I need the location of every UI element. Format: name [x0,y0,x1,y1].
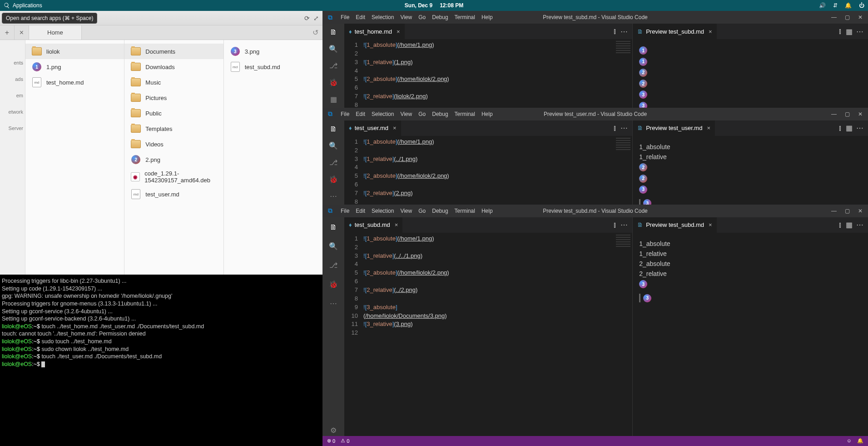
markdown-preview[interactable]: 1_absolute 1_relative 2_absolute 2_relat… [633,233,868,436]
network-icon[interactable]: ⇵ [833,2,838,9]
fm-item-folder[interactable]: Pictures [124,90,223,105]
minimize-icon[interactable]: — [831,208,837,214]
menu-go[interactable]: Go [418,208,426,214]
sidebar-item[interactable]: ents [2,60,23,65]
code-editor[interactable]: 123456789101112 ![1_absolute](/home/1.pn… [344,39,632,108]
close-icon[interactable]: ✕ [858,111,863,117]
debug-icon[interactable]: 🐞 [328,78,339,87]
search-icon[interactable] [4,2,10,9]
minimap[interactable] [614,39,632,108]
menu-terminal[interactable]: Terminal [455,208,475,214]
history-icon[interactable]: ↺ [308,25,322,40]
vsc-titlebar[interactable]: ⧉ File Edit Selection View Go Debug Term… [322,11,868,24]
fm-item-file[interactable]: mdtest_subd.md [224,59,322,75]
close-icon[interactable]: ✕ [858,208,863,214]
fm-item-image[interactable]: 33.png [224,44,322,59]
menu-view[interactable]: View [400,208,412,214]
sidebar-item[interactable]: etwork [2,109,23,115]
fm-item-folder[interactable]: Public [124,105,223,121]
menu-file[interactable]: File [341,208,349,214]
fm-item-folder[interactable]: Videos [124,136,223,152]
search-icon[interactable]: 🔍 [328,45,339,53]
menu-view[interactable]: View [400,14,412,20]
debug-icon[interactable]: 🐞 [328,279,339,290]
editor-tab[interactable]: ♦test_subd.md× [344,217,403,233]
settings-icon[interactable]: ⚙ [328,425,339,436]
menu-help[interactable]: Help [481,111,493,117]
search-icon[interactable]: 🔍 [328,241,339,252]
show-source-icon[interactable]: ▦ [846,27,853,36]
menu-help[interactable]: Help [481,14,493,20]
menu-debug[interactable]: Debug [432,14,448,20]
explorer-icon[interactable]: 🗎 [328,125,339,133]
feedback-icon[interactable]: ☺ [847,438,852,444]
maximize-icon[interactable]: ▢ [845,208,850,214]
close-tab-icon[interactable]: × [393,125,397,131]
more-icon[interactable]: ⋯ [328,298,339,309]
menu-go[interactable]: Go [418,111,426,117]
more-icon[interactable]: ⋯ [620,220,628,229]
close-tab-icon[interactable]: × [397,28,400,35]
sidebar-item[interactable]: ads [2,76,23,82]
editor-tab[interactable]: ♦test_user.md× [344,120,402,136]
code-editor[interactable]: 123456789101112 ![1_absolute](/home/1.pn… [344,233,632,436]
power-icon[interactable]: ⏻ [859,2,864,9]
status-errors[interactable]: ⊗ 0 [327,438,335,444]
menu-selection[interactable]: Selection [372,111,394,117]
minimap[interactable] [614,233,632,436]
debug-icon[interactable]: 🐞 [328,175,339,184]
volume-icon[interactable]: 🔊 [819,2,826,9]
minimize-icon[interactable]: — [831,111,837,117]
panel-time[interactable]: 12:08 PM [440,2,463,9]
menu-view[interactable]: View [400,111,412,117]
close-tab-icon[interactable]: × [709,221,712,228]
maximize-icon[interactable]: ⤢ [313,15,319,22]
menu-edit[interactable]: Edit [356,14,365,20]
explorer-icon[interactable]: 🗎 [328,222,339,233]
status-bar[interactable]: ⊗ 0 ⚠ 0 ☺ 🔔 [322,436,868,446]
fm-item-image[interactable]: 1 1.png [25,59,124,75]
fm-item-folder[interactable]: Music [124,75,223,90]
fm-tab-home[interactable]: Home [29,25,82,40]
close-tab-button[interactable]: × [15,25,29,40]
panel-date[interactable]: Sun, Dec 9 [405,2,432,9]
open-preview-icon[interactable]: ⫿ [613,27,617,35]
more-icon[interactable]: ⋯ [328,192,339,200]
explorer-icon[interactable]: 🗎 [328,28,339,36]
markdown-preview[interactable]: 1 1 2 2 3 3 [633,39,868,108]
close-tab-icon[interactable]: × [707,125,710,131]
fm-item-folder[interactable]: Templates [124,121,223,136]
search-icon[interactable]: 🔍 [328,141,339,150]
fm-item-image[interactable]: 22.png [124,152,223,167]
fm-item-package[interactable]: ◉code_1.29.1-1542309157_amd64.deb [124,167,223,186]
fm-item-folder[interactable]: Downloads [124,59,223,75]
source-control-icon[interactable]: ⎇ [328,260,339,271]
reload-icon[interactable]: ⟳ [304,15,310,22]
more-icon[interactable]: ⋯ [856,27,863,36]
editor-tab[interactable]: ♦test_home.md× [344,24,405,39]
fm-item-file[interactable]: mdtest_user.md [124,186,223,202]
status-warnings[interactable]: ⚠ 0 [341,438,349,444]
fm-item-file[interactable]: md test_home.md [25,75,124,90]
maximize-icon[interactable]: ▢ [845,14,850,20]
menu-edit[interactable]: Edit [356,111,365,117]
show-source-icon[interactable]: ▦ [846,220,853,229]
preview-tab[interactable]: 🗎Preview test_subd.md× [633,217,717,233]
close-tab-icon[interactable]: × [395,221,398,228]
open-preview-icon[interactable]: ⫿ [613,124,617,132]
source-control-icon[interactable]: ⎇ [328,158,339,167]
preview-tab[interactable]: 🗎Preview test_subd.md× [633,24,717,39]
sidebar-item[interactable]: Server [2,125,23,131]
code-editor[interactable]: 123456789101112 ![1_absolute](/home/1.pn… [344,136,632,205]
split-editor-icon[interactable]: ⫿ [838,27,842,35]
terminal-window[interactable]: Processing triggers for libc-bin (2.27-3… [0,275,322,446]
fm-item-folder[interactable]: liolok [25,44,124,59]
more-icon[interactable]: ⋯ [620,124,628,132]
menu-file[interactable]: File [341,111,349,117]
notification-icon[interactable]: 🔔 [845,2,852,9]
minimap[interactable] [614,136,632,205]
preview-tab[interactable]: 🗎Preview test_user.md× [633,120,715,136]
more-icon[interactable]: ⋯ [620,27,628,36]
close-icon[interactable]: ✕ [858,14,863,20]
vsc-titlebar[interactable]: ⧉ File Edit Selection View Go Debug Term… [322,205,868,217]
